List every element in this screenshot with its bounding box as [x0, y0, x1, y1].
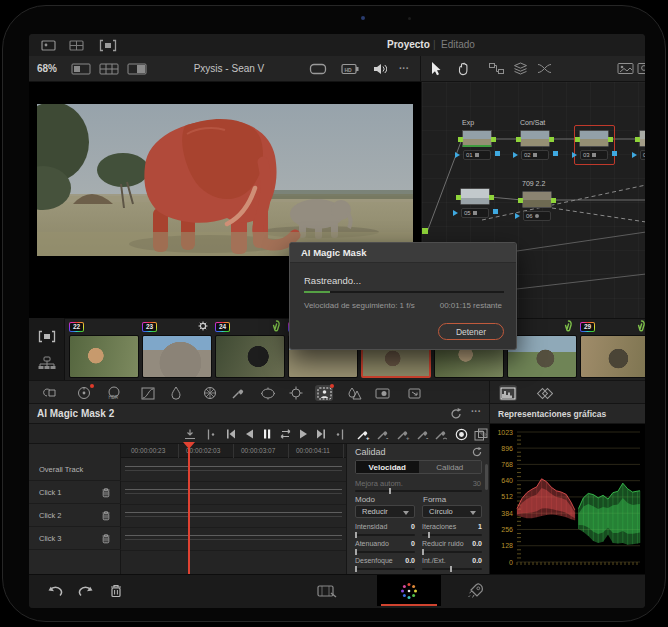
sizing-tool-icon[interactable]	[405, 385, 423, 401]
auto-improve-slider[interactable]	[355, 490, 482, 492]
clip-24-thumbnail[interactable]	[215, 335, 285, 378]
node-02-output[interactable]	[549, 137, 554, 142]
scopes-histogram-icon[interactable]	[499, 385, 517, 401]
node-06[interactable]: 709 2.2 06	[522, 191, 552, 221]
track-forward-icon[interactable]	[295, 427, 311, 441]
clip-24[interactable]: 24	[213, 319, 285, 381]
node-06-output[interactable]	[551, 198, 556, 203]
timeline-view-icon[interactable]	[38, 356, 56, 370]
mask-overlay-toggle-icon[interactable]	[453, 427, 469, 441]
node-03-key-output[interactable]	[612, 151, 617, 156]
add-node-icon[interactable]	[489, 62, 504, 75]
redo-icon[interactable]	[77, 584, 94, 598]
lightbox-search-icon[interactable]	[637, 62, 645, 75]
warper-tool-icon[interactable]	[201, 385, 219, 401]
clip-22[interactable]: 22	[67, 319, 139, 381]
lut-browser-icon[interactable]	[69, 39, 85, 52]
tab-velocidad[interactable]: Velocidad	[356, 461, 419, 473]
keyframes-icon[interactable]	[535, 385, 553, 401]
gallery-still-icon[interactable]	[617, 62, 634, 75]
node-05[interactable]: 05	[460, 188, 490, 218]
node-06-key-input[interactable]	[515, 213, 520, 219]
deliver-page-rocket-icon[interactable]	[467, 582, 485, 600]
param-desenfoque[interactable]: Desenfoque0.0	[355, 557, 415, 573]
project-label[interactable]: Proyecto	[387, 39, 430, 50]
hdr-wheels-tool-icon[interactable]: HDR	[105, 385, 123, 401]
tracker-ruler[interactable]: 00:00:00:23 00:00:02:03 00:00:03:07 00:0…	[121, 444, 346, 458]
clip-22-thumbnail[interactable]	[69, 335, 139, 378]
waveform-scope[interactable]: 10238967686405123842561280	[490, 424, 645, 574]
node-05-key-output[interactable]	[493, 209, 498, 214]
node-01-key-input[interactable]	[455, 152, 460, 158]
node-02[interactable]: Con/Sat 02	[520, 130, 550, 160]
node-01-input[interactable]	[458, 137, 463, 142]
node-03-output[interactable]	[608, 137, 613, 142]
click-2-row[interactable]: Click 2	[29, 504, 121, 527]
tab-calidad[interactable]: Calidad	[419, 461, 482, 473]
blur-tool-icon[interactable]	[345, 385, 363, 401]
track-bidirectional-icon[interactable]	[277, 427, 293, 441]
pointer-tool-icon[interactable]	[431, 62, 443, 76]
clip-29[interactable]: 29	[578, 319, 645, 381]
param-int-ext[interactable]: Int./Ext.0.0	[422, 557, 482, 573]
viewer-options-menu-icon[interactable]: ···	[399, 63, 409, 74]
shape-dropdown[interactable]: Círculo	[422, 505, 482, 518]
click-3-row[interactable]: Click 3	[29, 527, 121, 550]
clip-23[interactable]: 23	[140, 319, 212, 381]
track-skip-last-icon[interactable]	[313, 427, 329, 441]
param-iteraciones[interactable]: Iteraciones1	[422, 523, 482, 539]
picker-stroke-icon[interactable]	[433, 427, 449, 441]
node-02-input[interactable]	[516, 137, 521, 142]
track-in-point-icon[interactable]	[203, 427, 219, 441]
node-06-input[interactable]	[518, 198, 523, 203]
node-01[interactable]: Exp 01	[462, 130, 492, 160]
node-layers-icon[interactable]	[513, 62, 528, 75]
slider-thumb[interactable]	[389, 488, 391, 494]
node-05-key-input[interactable]	[453, 210, 458, 216]
edit-page-icon[interactable]	[317, 584, 337, 598]
track-pause-icon[interactable]	[259, 427, 275, 441]
qualifier-tool-icon[interactable]	[167, 385, 185, 401]
viewer-zoom-level[interactable]: 68%	[37, 63, 57, 74]
node-03-selected[interactable]: 03	[579, 130, 609, 160]
curves-tool-icon[interactable]	[139, 385, 157, 401]
proxy-hd-icon[interactable]: HD	[341, 63, 359, 75]
clips-view-icon[interactable]	[38, 330, 56, 343]
picker-tool-icon[interactable]	[229, 385, 247, 401]
matte-compare-icon[interactable]	[473, 427, 489, 441]
color-wheels-tool-icon[interactable]	[75, 385, 93, 401]
track-skip-first-icon[interactable]	[223, 427, 239, 441]
track-insert-icon[interactable]	[182, 427, 198, 441]
overall-track-row[interactable]: Overall Track	[29, 458, 121, 481]
node-01-key-output[interactable]	[495, 151, 500, 156]
picker-subtract-icon[interactable]: -	[375, 427, 391, 441]
node-04[interactable]: 04	[639, 130, 645, 160]
power-window-tool-icon[interactable]	[259, 385, 277, 401]
node-04-key-input[interactable]	[632, 152, 637, 158]
track-out-point-icon[interactable]	[331, 427, 347, 441]
delete-track-icon[interactable]	[101, 533, 111, 544]
color-space-tool-icon[interactable]	[41, 385, 59, 401]
clip-29-thumbnail[interactable]	[580, 335, 645, 378]
settings-scrollbar[interactable]	[485, 464, 488, 490]
click-1-row[interactable]: Click 1	[29, 481, 121, 504]
bypass-grades-icon[interactable]	[309, 63, 327, 75]
node-04-input[interactable]	[635, 137, 640, 142]
clip-brackets-icon[interactable]	[99, 39, 117, 52]
tracker-playhead[interactable]	[188, 444, 190, 574]
node-03-key-input[interactable]	[572, 152, 577, 158]
reset-panel-icon[interactable]	[449, 407, 463, 421]
color-page-tab[interactable]	[377, 575, 441, 606]
panel-options-menu-icon[interactable]: ···	[471, 406, 481, 417]
stop-tracking-button[interactable]: Detener	[438, 323, 504, 340]
picker-add-stroke-icon[interactable]: +	[395, 427, 411, 441]
undo-icon[interactable]	[47, 584, 64, 598]
delete-track-icon[interactable]	[101, 487, 111, 498]
stills-gallery-icon[interactable]	[41, 39, 57, 52]
single-viewer-icon[interactable]	[71, 63, 91, 75]
node-02-key-output[interactable]	[553, 151, 558, 156]
clip-title[interactable]: Pxysis - Sean V	[164, 63, 294, 74]
dialog-header[interactable]: AI Magic Mask	[290, 243, 516, 263]
delete-trash-icon[interactable]	[109, 583, 123, 598]
viewer-video-frame[interactable]	[37, 104, 413, 256]
